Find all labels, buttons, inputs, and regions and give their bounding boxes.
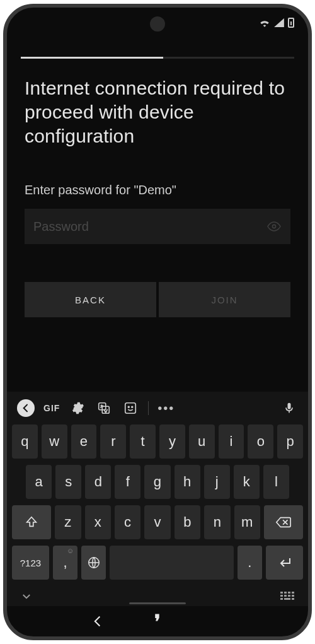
- emoji-hint-icon: ☺: [67, 547, 74, 554]
- svg-point-0: [272, 225, 275, 228]
- mic-icon[interactable]: [280, 399, 298, 417]
- key-m[interactable]: m: [234, 505, 260, 539]
- key-z[interactable]: z: [55, 505, 81, 539]
- svg-rect-13: [288, 595, 290, 597]
- svg-rect-11: [280, 595, 283, 597]
- soft-keyboard: GIF ••• q w e r t y u i: [7, 392, 308, 606]
- key-p[interactable]: p: [277, 424, 303, 459]
- svg-rect-3: [125, 403, 136, 414]
- svg-point-4: [129, 406, 130, 407]
- collapse-keyboard-icon[interactable]: [21, 591, 32, 602]
- key-d[interactable]: d: [85, 465, 111, 499]
- show-password-icon[interactable]: [266, 219, 282, 234]
- password-input[interactable]: [33, 220, 266, 234]
- key-a[interactable]: a: [26, 465, 52, 499]
- svg-rect-8: [284, 592, 287, 594]
- navigation-bar: ❜: [7, 606, 308, 636]
- comma-key[interactable]: ☺ ,: [53, 546, 77, 580]
- key-b[interactable]: b: [175, 505, 200, 539]
- back-button[interactable]: BACK: [25, 282, 156, 317]
- battery-icon: [288, 18, 294, 28]
- key-c[interactable]: c: [115, 505, 140, 539]
- keyboard-row-3: z x c v b n m: [11, 505, 304, 539]
- keyboard-row-4: ?123 ☺ , .: [11, 546, 304, 580]
- key-u[interactable]: u: [189, 424, 215, 459]
- svg-rect-10: [292, 592, 294, 594]
- status-icons: [259, 18, 294, 28]
- key-s[interactable]: s: [55, 465, 81, 499]
- action-buttons: BACK JOIN: [25, 282, 290, 317]
- svg-rect-12: [284, 595, 287, 597]
- phone-frame: Internet connection required to proceed …: [3, 4, 312, 640]
- keyboard-back-icon[interactable]: [17, 399, 35, 417]
- status-bar: [7, 8, 308, 38]
- svg-point-5: [132, 406, 133, 407]
- key-h[interactable]: h: [175, 465, 200, 499]
- keyboard-toolbar: GIF •••: [11, 398, 304, 424]
- svg-rect-7: [280, 592, 283, 594]
- key-x[interactable]: x: [85, 505, 111, 539]
- enter-key[interactable]: [266, 546, 303, 580]
- gear-icon[interactable]: [69, 399, 86, 417]
- more-icon[interactable]: •••: [158, 401, 175, 416]
- svg-rect-17: [292, 598, 294, 600]
- setup-progress: [21, 57, 294, 59]
- svg-rect-9: [288, 592, 290, 594]
- front-camera: [150, 16, 165, 32]
- key-l[interactable]: l: [263, 465, 289, 499]
- translate-icon[interactable]: [95, 399, 113, 417]
- password-subtitle: Enter password for "Demo": [25, 183, 290, 197]
- cellular-icon: [274, 18, 284, 27]
- key-k[interactable]: k: [234, 465, 260, 499]
- key-g[interactable]: g: [144, 465, 170, 499]
- key-w[interactable]: w: [42, 424, 67, 459]
- comma-glyph: ,: [63, 554, 67, 571]
- key-i[interactable]: i: [219, 424, 244, 459]
- key-v[interactable]: v: [144, 505, 170, 539]
- sticker-icon[interactable]: [122, 399, 139, 417]
- nav-back-icon[interactable]: [91, 615, 104, 628]
- keyboard-row-2: a s d f g h j k l: [11, 465, 304, 499]
- nav-home-icon[interactable]: ❜: [154, 611, 161, 633]
- svg-rect-14: [292, 595, 294, 597]
- content-spacer: [7, 317, 308, 392]
- language-key[interactable]: [81, 546, 106, 580]
- key-f[interactable]: f: [115, 465, 140, 499]
- backspace-key[interactable]: [264, 505, 303, 539]
- period-key[interactable]: .: [238, 546, 262, 580]
- key-y[interactable]: y: [159, 424, 185, 459]
- key-n[interactable]: n: [204, 505, 230, 539]
- symbols-key[interactable]: ?123: [12, 546, 49, 580]
- svg-rect-15: [280, 598, 283, 600]
- key-t[interactable]: t: [130, 424, 156, 459]
- key-r[interactable]: r: [100, 424, 126, 459]
- toolbar-separator: [148, 401, 149, 415]
- key-j[interactable]: j: [204, 465, 230, 499]
- join-button[interactable]: JOIN: [159, 282, 290, 317]
- keyboard-layout-icon[interactable]: [280, 592, 294, 602]
- key-q[interactable]: q: [12, 424, 38, 459]
- main-content: Internet connection required to proceed …: [7, 59, 308, 317]
- home-indicator: [129, 602, 186, 604]
- key-o[interactable]: o: [248, 424, 273, 459]
- setup-progress-fill: [21, 57, 163, 59]
- page-title: Internet connection required to proceed …: [25, 76, 290, 148]
- shift-key[interactable]: [12, 505, 51, 539]
- gif-button[interactable]: GIF: [43, 403, 60, 413]
- key-e[interactable]: e: [71, 424, 97, 459]
- svg-rect-16: [284, 598, 290, 600]
- keyboard-row-1: q w e r t y u i o p: [11, 424, 304, 459]
- space-key[interactable]: [110, 546, 233, 580]
- wifi-icon: [259, 18, 270, 27]
- password-field-container[interactable]: [25, 209, 290, 244]
